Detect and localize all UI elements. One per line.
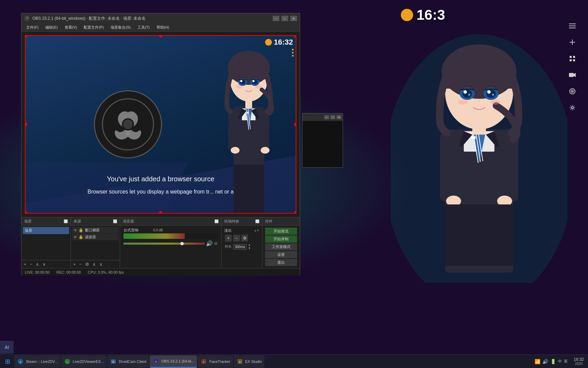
transition-selected-label: 淡出 (224, 228, 252, 233)
svg-rect-7 (570, 59, 572, 61)
vol-handle-0[interactable] (180, 242, 184, 245)
duration-down-btn[interactable]: ▼ (248, 247, 251, 250)
source-settings-btn[interactable]: ⚙ (84, 262, 90, 267)
tray-icon-battery[interactable]: 🔋 (550, 359, 556, 364)
lock-icon-0[interactable]: 🔒 (79, 228, 83, 232)
taskbar-item-droidcam[interactable]: D DroidCam Client (107, 355, 149, 368)
taskbar-item-exstudio[interactable]: E EX Studio (234, 355, 265, 368)
source-up-btn[interactable]: ∧ (92, 262, 97, 267)
obs-minimize-btn[interactable]: ─ (273, 16, 279, 21)
scene-up-btn[interactable]: ∧ (35, 262, 40, 267)
obs-maximize-btn[interactable]: □ (281, 16, 288, 21)
menu-view[interactable]: 查看(V) (62, 24, 80, 31)
handle-bottom-right[interactable] (294, 211, 296, 214)
transitions-panel-expand[interactable]: ⬜ (255, 219, 259, 223)
taskbar-icon-exstudio: E (236, 358, 243, 365)
studio-mode-btn[interactable]: 工作室模式 (265, 243, 297, 250)
controls-panel-title: 控件 (265, 219, 273, 224)
source-item-0[interactable]: 👁 🔒 窗口捕获 (72, 227, 118, 233)
taskbar-clock[interactable]: 16:32 2020 (571, 357, 587, 366)
svg-rect-24 (472, 136, 476, 139)
vol-slider-0[interactable] (124, 243, 205, 245)
scene-add-btn[interactable]: + (23, 262, 28, 267)
source-item-1[interactable]: 👁 🔒 滤波器 (72, 234, 118, 240)
small-win-maximize[interactable]: □ (330, 115, 335, 119)
secondary-window[interactable]: ─ □ ✕ (302, 113, 343, 168)
eye-icon-1[interactable]: 👁 (74, 235, 77, 239)
scene-down-btn[interactable]: ∨ (42, 262, 47, 267)
settings-btn[interactable]: 设置 (265, 251, 297, 258)
taskbar-start[interactable]: ⊞ (1, 355, 14, 368)
tray-lang-en[interactable]: 英 (564, 359, 568, 364)
transition-remove-btn[interactable]: − (233, 235, 240, 242)
taskbar-label-steam: Steam :: Live2DV... (26, 359, 58, 364)
transition-dropdown-arrow[interactable]: ▲▼ (254, 229, 259, 232)
taskbar-item-steam[interactable]: S Steam :: Live2DV... (14, 355, 61, 368)
mixer-panel-expand[interactable]: ⬜ (214, 219, 218, 223)
svg-point-43 (491, 100, 500, 105)
tray-icon-network[interactable]: 📶 (535, 359, 540, 364)
obs-preview: 16:32 You've just added a browser source… (25, 35, 296, 214)
svg-rect-9 (569, 73, 574, 77)
svg-text:L: L (67, 361, 68, 363)
channel-name-0: 台式音响 (124, 228, 144, 233)
duration-up-btn[interactable]: ▲ (248, 243, 251, 247)
obs-close-btn[interactable]: ✕ (290, 16, 297, 21)
menu-help[interactable]: 帮助(H) (154, 24, 172, 31)
menu-edit[interactable]: 编辑(E) (43, 24, 61, 31)
exit-btn[interactable]: 退出 (265, 259, 297, 266)
handle-bottom-center[interactable] (159, 211, 162, 214)
transition-duration-value[interactable]: 300ms (233, 244, 247, 250)
taskbar-item-facetracker[interactable]: F FaceTracker (198, 355, 233, 368)
scene-panel: 场景 ⬜ 场景 + − ∧ ∨ (21, 217, 71, 268)
handle-middle-right[interactable] (294, 123, 296, 126)
desktop-icon-settings[interactable] (567, 102, 578, 113)
menu-file[interactable]: 文件(F) (23, 24, 41, 31)
eye-icon-0[interactable]: 👁 (74, 228, 77, 232)
desktop-icon-camera[interactable] (567, 70, 578, 80)
taskbar-item-live2d[interactable]: L Live2DViewerEX... (61, 355, 107, 368)
source-panel-content: 👁 🔒 窗口捕获 👁 🔒 滤波器 (71, 226, 120, 260)
handle-top-center[interactable] (159, 35, 162, 37)
controls-panel-header: 控件 (262, 217, 300, 226)
desktop-icon-grid[interactable] (567, 53, 578, 64)
svg-point-36 (462, 90, 472, 98)
tray-icon-volume[interactable]: 🔊 (542, 359, 548, 364)
desktop-icon-add[interactable] (567, 37, 578, 48)
handle-top-left[interactable] (25, 35, 27, 37)
vol-speaker-0[interactable]: 🔊 (206, 240, 213, 247)
desktop-icon-target[interactable] (567, 86, 578, 97)
menu-profile[interactable]: 配置文件(P) (81, 24, 107, 31)
source-panel-expand[interactable]: ⬜ (113, 219, 117, 223)
source-remove-btn[interactable]: − (78, 262, 83, 267)
scene-panel-expand[interactable]: ⬜ (64, 219, 68, 223)
taskbar-item-obs[interactable]: O OBS 23.2.1 (64-bi... (150, 355, 197, 368)
transition-duration-label: 时长 (225, 244, 232, 249)
taskbar-label-exstudio: EX Studio (245, 359, 262, 364)
small-win-minimize[interactable]: ─ (324, 115, 329, 119)
transition-add-btn[interactable]: + (225, 235, 232, 242)
start-stream-btn[interactable]: 开始推流 (265, 228, 297, 235)
vol-gear-0[interactable]: ⚙ (214, 241, 218, 246)
meter-bar-0 (124, 233, 218, 239)
start-recording-btn[interactable]: 开始录制 (265, 235, 297, 243)
taskbar-label-obs: OBS 23.2.1 (64-bi... (161, 359, 194, 363)
source-name-1: 滤波器 (85, 234, 117, 240)
menu-scene-collection[interactable]: 场景集合(S) (108, 24, 133, 31)
source-add-btn[interactable]: + (72, 262, 77, 267)
handle-middle-left[interactable] (25, 123, 27, 126)
scene-item-0[interactable]: 场景 (23, 227, 69, 234)
transition-settings-btn[interactable]: ⚙ (241, 235, 248, 242)
handle-bottom-left[interactable] (25, 211, 27, 214)
tray-lang-zh[interactable]: 中 (558, 359, 562, 364)
menu-tools[interactable]: 工具(T) (135, 24, 152, 31)
lock-icon-1[interactable]: 🔒 (79, 235, 83, 239)
small-win-close[interactable]: ✕ (337, 115, 341, 119)
obs-window-title: OBS 23.2.1 (64-bit_windows) · 配置文件: 未命名 … (32, 16, 270, 21)
svg-text:O: O (155, 361, 157, 363)
scene-remove-btn[interactable]: − (29, 262, 34, 267)
handle-top-right[interactable] (294, 35, 296, 37)
anime-character-large (391, 0, 568, 283)
source-down-btn[interactable]: ∨ (98, 262, 104, 267)
desktop-icon-menu[interactable] (567, 20, 578, 31)
